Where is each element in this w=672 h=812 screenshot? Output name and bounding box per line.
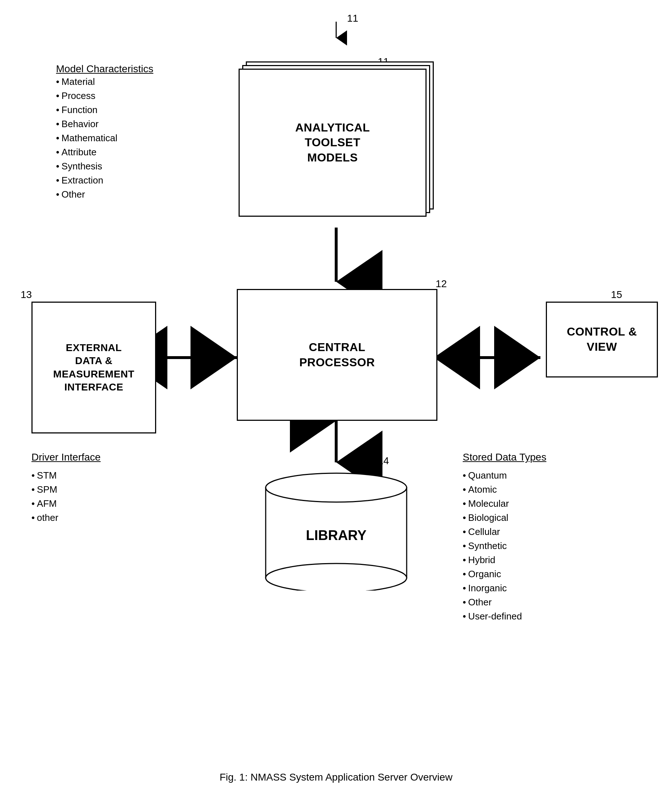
list-item: Other (463, 595, 546, 609)
driver-interface-list: STM SPM AFM other (31, 469, 101, 525)
stored-data-types-list: Quantum Atomic Molecular Biological Cell… (463, 469, 546, 623)
external-data-box: EXTERNALDATA &MEASUREMENTINTERFACE (31, 302, 156, 433)
svg-point-15 (266, 473, 407, 502)
ref-15-label: 15 (611, 289, 622, 300)
list-item: Material (56, 75, 153, 89)
list-item: Organic (463, 567, 546, 581)
list-item: Synthetic (463, 539, 546, 553)
svg-text:LIBRARY: LIBRARY (306, 528, 366, 543)
list-item: Molecular (463, 496, 546, 511)
ref-10-label: 11 (347, 13, 358, 24)
central-processor-label: CENTRALPROCESSOR (299, 340, 375, 370)
list-item: Other (56, 188, 153, 201)
driver-interface-heading: Driver Interface (31, 452, 101, 463)
list-item: Cellular (463, 525, 546, 539)
list-item: other (31, 511, 101, 525)
ref-12-label: 12 (436, 278, 447, 290)
list-item: AFM (31, 496, 101, 511)
figure-caption: Fig. 1: NMASS System Application Server … (0, 771, 672, 783)
ref-14-label: 14 (378, 455, 389, 467)
driver-interface-section: Driver Interface STM SPM AFM other (31, 452, 101, 525)
list-item: Synthesis (56, 159, 153, 173)
list-item: STM (31, 469, 101, 483)
diagram-container: 11 Model Characteristics Material Proces… (0, 0, 672, 812)
control-view-box: CONTROL &VIEW (546, 302, 658, 377)
model-characteristics-heading: Model Characteristics (56, 63, 153, 75)
list-item: Mathematical (56, 131, 153, 145)
list-item: Biological (463, 511, 546, 525)
list-item: User-defined (463, 609, 546, 623)
list-item: Extraction (56, 173, 153, 188)
list-item: Atomic (463, 483, 546, 496)
analytical-toolset-label: ANALYTICALTOOLSETMODELS (295, 120, 370, 165)
ref-13-label: 13 (21, 289, 32, 300)
svg-point-14 (266, 563, 407, 590)
list-item: Inorganic (463, 581, 546, 595)
stored-data-types-heading: Stored Data Types (463, 452, 546, 463)
list-item: SPM (31, 483, 101, 496)
model-characteristics-list: Material Process Function Behavior Mathe… (56, 75, 153, 201)
library-svg: LIBRARY (264, 468, 409, 590)
list-item: Hybrid (463, 553, 546, 567)
list-item: Quantum (463, 469, 546, 483)
external-data-label: EXTERNALDATA &MEASUREMENTINTERFACE (53, 341, 135, 394)
list-item: Process (56, 89, 153, 103)
list-item: Attribute (56, 145, 153, 159)
analytical-toolset-box: ANALYTICALTOOLSETMODELS (239, 68, 427, 217)
model-characteristics-section: Model Characteristics Material Process F… (56, 63, 153, 201)
library-cylinder: LIBRARY (264, 468, 409, 592)
list-item: Function (56, 103, 153, 117)
stored-data-types-section: Stored Data Types Quantum Atomic Molecul… (463, 452, 546, 623)
control-view-label: CONTROL &VIEW (567, 324, 637, 354)
central-processor-box: CENTRALPROCESSOR (237, 289, 438, 421)
list-item: Behavior (56, 117, 153, 131)
